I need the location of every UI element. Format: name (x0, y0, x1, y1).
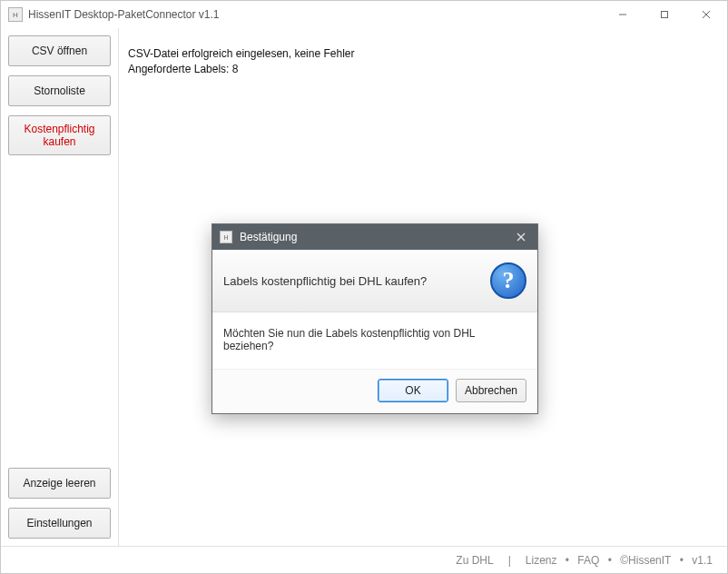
confirmation-dialog: H Bestätigung Labels kostenpflichtig bei… (212, 223, 538, 414)
dialog-cancel-button[interactable]: Abbrechen (456, 379, 526, 402)
dialog-header: Labels kostenpflichtig bei DHL kaufen? ? (212, 250, 537, 312)
dialog-title: Bestätigung (240, 231, 512, 243)
footer-faq[interactable]: FAQ (577, 554, 599, 567)
status-line-2: Angeforderte Labels: 8 (128, 62, 718, 77)
footer-version: v1.1 (692, 554, 713, 567)
dialog-button-row: OK Abbrechen (212, 370, 537, 413)
question-icon: ? (490, 262, 526, 299)
dialog-app-icon: H (220, 231, 232, 243)
dialog-ok-button[interactable]: OK (378, 379, 448, 402)
settings-button[interactable]: Einstellungen (8, 508, 111, 539)
footer-copyright[interactable]: ©HissenIT (620, 554, 671, 567)
clear-display-button[interactable]: Anzeige leeren (8, 468, 111, 499)
window-titlebar: H HissenIT Desktop-PaketConnector v1.1 (1, 1, 727, 28)
dialog-body: Möchten Sie nun die Labels kostenpflicht… (212, 312, 537, 370)
footer-dot: • (605, 554, 615, 567)
svg-rect-1 (662, 12, 668, 18)
footer-dot: • (562, 554, 572, 567)
footer-dot: • (676, 554, 686, 567)
window-title: HissenIT Desktop-PaketConnector v1.1 (28, 8, 602, 21)
app-icon: H (8, 7, 23, 22)
footer: Zu DHL | Lizenz • FAQ • ©HissenIT • v1.1 (1, 546, 727, 573)
sidebar: CSV öffnen Stornoliste Kostenpflichtig k… (1, 28, 119, 546)
close-button[interactable] (685, 1, 727, 28)
footer-lizenz[interactable]: Lizenz (526, 554, 557, 567)
csv-open-button[interactable]: CSV öffnen (8, 35, 111, 66)
minimize-button[interactable] (602, 1, 644, 28)
footer-zu-dhl[interactable]: Zu DHL (456, 554, 493, 567)
dialog-close-button[interactable] (512, 233, 530, 242)
buy-button[interactable]: Kostenpflichtig kaufen (8, 115, 111, 155)
dialog-titlebar[interactable]: H Bestätigung (212, 224, 537, 250)
dialog-headline: Labels kostenpflichtig bei DHL kaufen? (223, 274, 490, 288)
footer-sep: | (499, 554, 520, 567)
status-line-1: CSV-Datei erfolgreich eingelesen, keine … (128, 46, 718, 62)
window-controls (602, 1, 727, 28)
maximize-button[interactable] (644, 1, 685, 28)
stornoliste-button[interactable]: Stornoliste (8, 75, 111, 106)
